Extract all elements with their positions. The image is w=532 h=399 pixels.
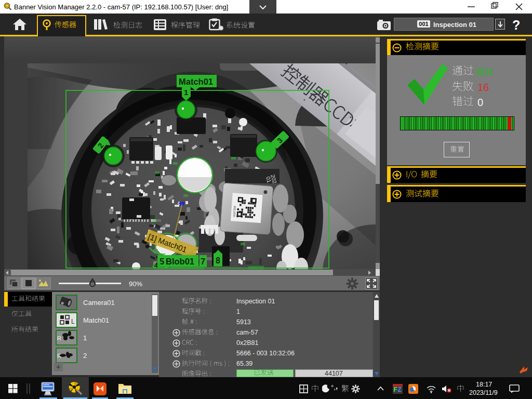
svg-text:Blob01: Blob01 (166, 257, 194, 266)
svg-text:R: R (57, 335, 61, 341)
svg-text:F: F (394, 386, 397, 393)
svg-text:8: 8 (216, 256, 220, 265)
svg-text:7: 7 (201, 257, 205, 266)
svg-text:4: 4 (154, 262, 158, 269)
svg-text:1: 1 (184, 88, 188, 97)
svg-text:Match01: Match01 (179, 77, 213, 86)
svg-text:Z: Z (398, 386, 402, 393)
svg-text:L: L (71, 318, 75, 325)
